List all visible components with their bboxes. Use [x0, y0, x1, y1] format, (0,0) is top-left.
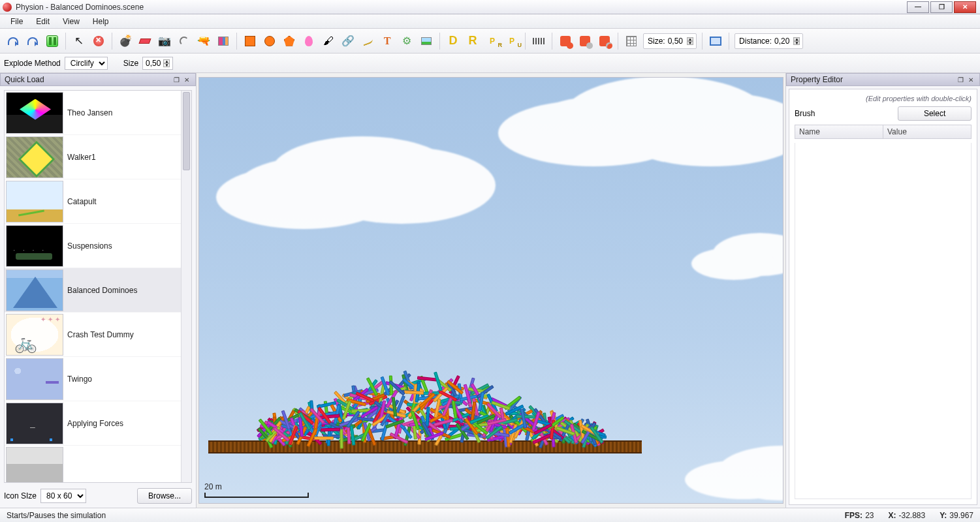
explode-size-spinbox[interactable]: 0,50 ▲▼	[142, 57, 173, 70]
distance-value: 0,20	[774, 37, 789, 46]
camera-tool[interactable]: 📷	[155, 32, 174, 50]
quick-load-thumb	[6, 136, 63, 178]
rope-tool[interactable]	[358, 32, 377, 50]
quick-load-item[interactable]: Crash Test Dummy	[5, 313, 181, 357]
property-col-value: Value	[883, 125, 971, 138]
quick-load-item[interactable]: Twingo	[5, 357, 181, 401]
iconsize-label: Icon SIze	[4, 491, 37, 500]
quick-load-label: Twingo	[67, 375, 92, 384]
quick-load-thumb	[6, 403, 63, 444]
r-button[interactable]: R	[464, 32, 482, 50]
select-tool[interactable]: ↖	[70, 32, 88, 50]
quick-load-label: Applying Forces	[67, 419, 123, 428]
quick-load-item[interactable]: Balanced Dominoes	[5, 268, 181, 313]
text-tool[interactable]: T	[378, 32, 396, 50]
distance-box[interactable]: Distance: 0,20 ▲▼	[735, 33, 803, 49]
quick-load-header: Quick Load ❐ ✕	[0, 73, 196, 86]
pu-button[interactable]: PU	[503, 32, 521, 50]
play-pause-button[interactable]	[43, 32, 61, 50]
eraser-tool[interactable]	[136, 32, 154, 50]
brush-select-button[interactable]: Select	[898, 106, 972, 121]
menu-edit[interactable]: Edit	[29, 16, 56, 27]
quick-load-item[interactable]: Catapult	[5, 179, 181, 224]
pr-button[interactable]: PR	[483, 32, 501, 50]
cloud-decoration	[691, 247, 776, 280]
status-y: Y:39.967	[940, 511, 973, 520]
quick-load-item[interactable]: Theo Jansen	[5, 91, 181, 135]
gear-tool[interactable]: ⚙	[398, 32, 416, 50]
cloud-decoration	[238, 156, 408, 215]
app-icon	[3, 3, 12, 12]
property-editor-title: Property Editor	[791, 75, 843, 84]
quick-load-item[interactable]: Walker1	[5, 135, 181, 179]
brush-label: Brush	[795, 109, 815, 118]
polygon-tool[interactable]	[280, 32, 298, 50]
quick-load-item[interactable]: Applying Forces	[5, 401, 181, 446]
quick-load-list: Theo JansenWalker1CatapultSuspensionsBal…	[4, 90, 192, 483]
main-area: Quick Load ❐ ✕ Theo JansenWalker1Catapul…	[0, 73, 980, 508]
grid-size-box[interactable]: Size: 0,50 ▲▼	[643, 33, 697, 49]
quick-load-item[interactable]: Suspensions	[5, 224, 181, 268]
scale-bar: 20 m	[204, 482, 309, 498]
grid-toggle[interactable]	[622, 32, 640, 50]
quick-load-thumb	[6, 181, 63, 223]
close-button[interactable]: ✕	[954, 1, 976, 13]
property-editor-header: Property Editor ❐ ✕	[786, 73, 980, 86]
quick-load-thumb	[6, 269, 63, 311]
menu-file[interactable]: File	[4, 16, 29, 27]
csg-diff[interactable]	[576, 32, 594, 50]
status-bar: Starts/Pauses the simulation FPS:23 X:-3…	[0, 508, 980, 522]
quick-load-label: Balanced Dominoes	[67, 286, 137, 295]
undo-button[interactable]	[4, 32, 22, 50]
distance-label: Distance:	[739, 37, 772, 46]
screen-button[interactable]	[706, 32, 725, 50]
image-tool[interactable]	[417, 32, 435, 50]
menu-view[interactable]: View	[56, 16, 86, 27]
brush-tool[interactable]: 🖌	[319, 32, 338, 50]
menu-help[interactable]: Help	[86, 16, 116, 27]
arc-tool[interactable]	[175, 32, 193, 50]
quick-load-close[interactable]: ✕	[182, 75, 191, 84]
rectangle-tool[interactable]	[241, 32, 259, 50]
minimize-button[interactable]: —	[907, 1, 929, 13]
status-x: X:-32.883	[888, 511, 925, 520]
quick-load-undock[interactable]: ❐	[172, 75, 181, 84]
quick-load-title: Quick Load	[5, 75, 44, 84]
delete-tool[interactable]	[89, 32, 108, 50]
quick-load-thumb	[6, 447, 63, 483]
main-toolbar: ↖ 💣 📷 🔫 🖌 🔗 T ⚙ D R PR PU Size: 0,50 ▲▼ …	[0, 29, 980, 54]
window-title: Physion - Balanced Dominoes.scene	[16, 3, 144, 12]
scene-viewport[interactable]: 20 m	[198, 77, 783, 504]
property-editor-undock[interactable]: ❐	[956, 75, 965, 84]
d-button[interactable]: D	[444, 32, 462, 50]
spring-tool[interactable]	[530, 32, 548, 50]
iconsize-select[interactable]: 80 x 60	[40, 489, 86, 503]
explode-method-select[interactable]: Circlify	[65, 57, 108, 70]
gun-tool[interactable]: 🔫	[195, 32, 213, 50]
csg-intersect[interactable]	[595, 32, 614, 50]
property-col-name: Name	[795, 125, 883, 138]
chain-tool[interactable]: 🔗	[339, 32, 357, 50]
browse-button[interactable]: Browse...	[137, 488, 192, 504]
quick-load-label: Theo Jansen	[67, 108, 112, 117]
grid-size-value: 0,50	[668, 37, 683, 46]
grid-size-label: Size:	[648, 37, 665, 46]
chart-tool[interactable]	[214, 32, 232, 50]
grid-size-spinner[interactable]: ▲▼	[687, 37, 693, 45]
bomb-tool[interactable]: 💣	[116, 32, 134, 50]
balloon-tool[interactable]	[300, 32, 318, 50]
property-table-header: Name Value	[795, 125, 972, 139]
quick-load-scrollbar[interactable]	[181, 91, 191, 482]
quick-load-thumb	[6, 92, 63, 134]
domino-pile	[251, 378, 610, 440]
cloud-decoration	[528, 95, 711, 153]
csg-union[interactable]	[556, 32, 575, 50]
maximize-button[interactable]: ❐	[930, 1, 953, 13]
redo-button[interactable]	[24, 32, 42, 50]
quick-load-item[interactable]	[5, 446, 181, 482]
circle-tool[interactable]	[261, 32, 279, 50]
quick-load-label: Suspensions	[67, 241, 112, 251]
quick-load-thumb	[6, 225, 63, 267]
property-editor-close[interactable]: ✕	[966, 75, 975, 84]
distance-spinner[interactable]: ▲▼	[793, 37, 800, 45]
